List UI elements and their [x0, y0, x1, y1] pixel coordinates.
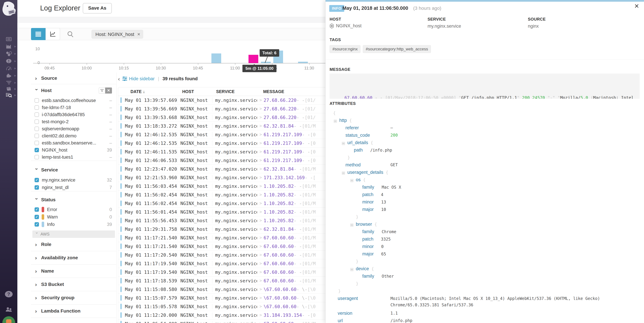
expand-chevron-icon[interactable]: > [260, 313, 262, 318]
table-row[interactable]: May 01 12:46:12.535 NGINX_host my.nginx.… [118, 130, 325, 139]
checkbox[interactable] [34, 215, 39, 219]
expand-chevron-icon[interactable]: > [260, 184, 262, 188]
expand-chevron-icon[interactable]: > [260, 227, 262, 232]
table-row[interactable]: May 01 11:06:54.000 NGINX_host my.nginx.… [118, 320, 325, 323]
service-value[interactable]: my.nginx.service [428, 24, 461, 29]
facet-item[interactable]: lemp-test-tues1 – [31, 154, 116, 161]
checkbox[interactable] [34, 120, 39, 124]
checkbox[interactable] [34, 222, 39, 226]
table-row[interactable]: May 01 11:15:05.578 NGINX_host my.nginx.… [118, 302, 325, 311]
table-row[interactable]: May 01 11:17:19.540 NGINX_host my.nginx.… [118, 268, 325, 276]
collapse-box-icon[interactable] [350, 179, 354, 182]
facet-section-collapsed[interactable]: › Lambda Function [31, 304, 116, 318]
facet-item[interactable]: my.nginx.service 32 [31, 176, 116, 184]
table-row[interactable]: May 01 12:23:47.020 NGINX_host my.nginx.… [118, 165, 325, 173]
table-row[interactable]: May 01 11:56:02.454 NGINX_host my.nginx.… [118, 199, 325, 208]
expand-chevron-icon[interactable]: > [260, 321, 262, 323]
datadog-logo-icon[interactable] [1, 1, 16, 16]
query-token-chip[interactable]: Host: NGINX_host× [92, 30, 143, 38]
table-row[interactable]: May 01 12:46:12.535 NGINX_host my.nginx.… [118, 139, 325, 148]
hide-sidebar-link[interactable]: Hide sidebar [122, 76, 154, 82]
collapse-box-icon[interactable] [350, 268, 354, 271]
collapse-chevron-icon[interactable]: ‹ [118, 76, 120, 82]
expand-chevron-icon[interactable]: > [260, 296, 262, 300]
tag-chip[interactable]: #sourcecategory:http_web_access [363, 45, 431, 53]
checkbox[interactable] [34, 126, 39, 131]
table-row[interactable]: May 01 11:17:21.540 NGINX_host my.nginx.… [118, 242, 325, 251]
checkbox[interactable] [34, 112, 39, 117]
facet-section-status[interactable]: › Status [31, 194, 116, 206]
table-row[interactable]: May 01 12:46:11.535 NGINX_host my.nginx.… [118, 148, 325, 156]
list-view-toggle[interactable] [31, 28, 46, 40]
table-row[interactable]: May 01 11:56:01.454 NGINX_host my.nginx.… [118, 208, 325, 216]
table-row[interactable]: May 01 11:56:02.454 NGINX_host my.nginx.… [118, 190, 325, 199]
expand-chevron-icon[interactable]: > [260, 149, 262, 154]
table-row[interactable]: May 01 11:17:21.540 NGINX_host my.nginx.… [118, 234, 325, 242]
table-row[interactable]: May 01 13:39:56.669 NGINX_host my.nginx.… [118, 104, 325, 113]
facet-clear-button[interactable]: ✕ [105, 88, 112, 94]
facet-section-service[interactable]: › Service [31, 164, 116, 176]
expand-chevron-icon[interactable]: > [260, 210, 262, 214]
facet-section-collapsed[interactable]: › Role [31, 238, 116, 251]
facet-item[interactable]: Info 39 [31, 221, 116, 228]
expand-chevron-icon[interactable]: > [260, 261, 262, 266]
table-row[interactable]: May 01 11:12:20.000 NGINX_host my.nginx.… [118, 311, 325, 320]
checkbox[interactable] [34, 207, 39, 212]
expand-chevron-icon[interactable]: > [260, 175, 262, 180]
facet-section-host[interactable]: › Host ✕ [31, 84, 116, 97]
checkbox[interactable] [34, 134, 39, 138]
facet-item[interactable]: estib.sandbox.beanserve... – [31, 140, 116, 146]
expand-chevron-icon[interactable]: > [260, 270, 262, 274]
expand-chevron-icon[interactable]: > [260, 244, 262, 249]
checkbox[interactable] [34, 148, 39, 152]
table-row[interactable]: May 01 11:17:18.539 NGINX_host my.nginx.… [118, 276, 325, 285]
nav-metrics-icon[interactable]: ▸ [0, 65, 17, 72]
column-header-service[interactable]: SERVICE [212, 87, 257, 96]
tag-chip[interactable]: #source:nginx [330, 45, 360, 53]
table-row[interactable]: May 01 11:29:31.758 NGINX_host my.nginx.… [118, 225, 325, 234]
expand-chevron-icon[interactable]: > [260, 158, 262, 163]
table-row[interactable]: May 01 13:39:57.669 NGINX_host my.nginx.… [118, 96, 325, 104]
checkbox[interactable] [34, 98, 39, 103]
nav-integrations-icon[interactable]: ▸ [0, 72, 17, 79]
checkbox[interactable] [34, 185, 39, 190]
save-as-button[interactable]: Save As [83, 3, 112, 14]
token-remove-icon[interactable]: × [137, 31, 140, 37]
facet-group-aws[interactable]: › AWS [32, 230, 115, 238]
table-row[interactable]: May 01 13:39:53.668 NGINX_host my.nginx.… [118, 113, 325, 122]
table-row[interactable]: May 01 13:18:33.272 NGINX_host my.nginx.… [118, 122, 325, 130]
checkbox[interactable] [34, 155, 39, 159]
help-icon[interactable]: ? [0, 291, 17, 298]
facet-section-collapsed[interactable]: › Name [31, 264, 116, 278]
expand-chevron-icon[interactable]: > [260, 287, 262, 292]
nav-apm-icon[interactable]: ▸ [0, 79, 17, 86]
expand-chevron-icon[interactable]: > [260, 124, 262, 128]
facet-item[interactable]: test-mongo-2 – [31, 118, 116, 125]
expand-chevron-icon[interactable]: > [260, 201, 262, 206]
facet-item[interactable]: NGINX_host 39 [31, 146, 116, 154]
checkbox[interactable] [34, 105, 39, 110]
table-row[interactable]: May 01 11:15:08.580 NGINX_host my.nginx.… [118, 285, 325, 294]
checkbox[interactable] [34, 141, 39, 145]
collapse-box-icon[interactable] [342, 172, 345, 175]
column-header-message[interactable]: MESSAGE [257, 87, 325, 96]
facet-section-collapsed[interactable]: › S3 Bucket [31, 278, 116, 291]
expand-chevron-icon[interactable]: > [260, 132, 262, 137]
source-value[interactable]: nginx [528, 24, 539, 29]
table-row[interactable]: May 01 12:21:53.960 NGINX_host my.nginx.… [118, 173, 325, 182]
close-icon[interactable]: × [634, 2, 639, 10]
facet-item[interactable]: estib.sandbox.coffeehouse – [31, 97, 116, 104]
table-row[interactable]: May 01 11:17:19.540 NGINX_host my.nginx.… [118, 259, 325, 268]
table-row[interactable]: May 01 11:15:07.579 NGINX_host my.nginx.… [118, 294, 325, 302]
collapse-box-icon[interactable] [342, 142, 345, 145]
expand-chevron-icon[interactable]: > [260, 218, 262, 223]
user-avatar[interactable] [2, 316, 15, 323]
table-row[interactable]: May 01 12:46:06.533 NGINX_host my.nginx.… [118, 156, 325, 165]
table-row[interactable]: May 01 11:56:03.454 NGINX_host my.nginx.… [118, 182, 325, 190]
collapse-box-icon[interactable] [350, 223, 354, 227]
nav-notebooks-icon[interactable]: ▸ [0, 86, 17, 92]
expand-chevron-icon[interactable]: > [260, 235, 262, 240]
users-icon[interactable] [0, 306, 17, 313]
expand-chevron-icon[interactable]: > [260, 304, 262, 309]
expand-chevron-icon[interactable]: > [260, 141, 262, 146]
